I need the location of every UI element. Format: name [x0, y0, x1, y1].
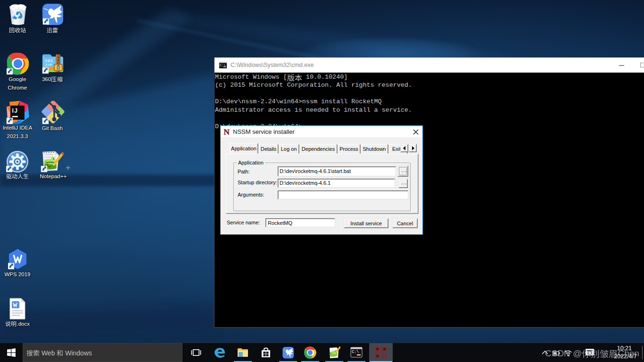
svg-text:IJ: IJ [12, 107, 18, 114]
svg-text:ZIP: ZIP [45, 63, 52, 67]
svg-text:C:\: C:\ [352, 350, 359, 354]
